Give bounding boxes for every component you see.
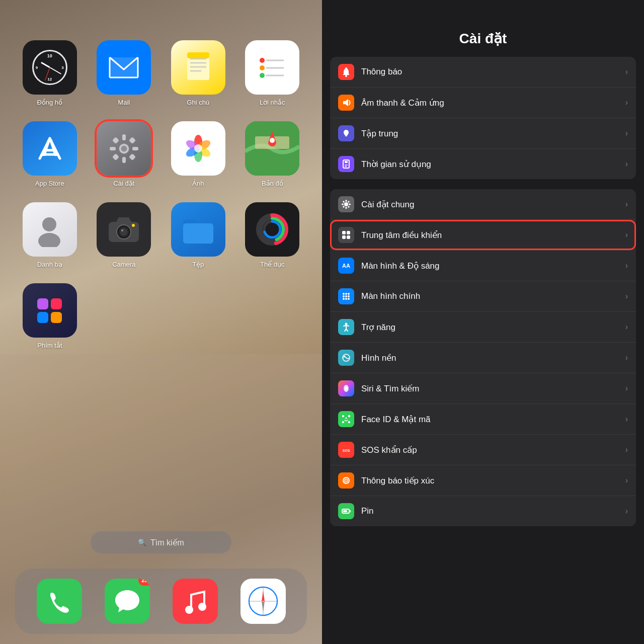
search-text: Tìm kiếm (150, 538, 184, 547)
app-files[interactable]: Tệp (164, 202, 233, 268)
settings-item-homescreen[interactable]: Màn hình chính › (330, 281, 636, 312)
app-fitness[interactable]: Thể dục (238, 202, 307, 268)
settings-group-1: Thông báo › Âm thanh & Cảm ứng › (330, 57, 636, 179)
sos-icon: SOS (338, 442, 354, 458)
clock-label: Đồng hồ (37, 99, 62, 106)
app-notes[interactable]: Ghi chú (164, 40, 233, 106)
settings-item-screentime[interactable]: Thời gian sử dụng › (330, 149, 636, 179)
svg-rect-24 (110, 147, 116, 150)
svg-rect-72 (345, 161, 348, 163)
notes-label: Ghi chú (187, 99, 209, 106)
svg-point-10 (260, 58, 265, 63)
contacts-label: Danh bạ (37, 261, 62, 268)
shortcuts-label: Phím tắt (37, 342, 62, 349)
display-icon: AA (338, 258, 354, 274)
wallpaper-icon (338, 350, 354, 366)
sound-label: Âm thanh & Cảm ứng (361, 98, 625, 108)
messages-badge: 234 (138, 579, 149, 586)
svg-text:SOS: SOS (343, 449, 350, 452)
app-photos[interactable]: Ảnh (164, 121, 233, 187)
controlcenter-label: Trung tâm điều khiển (361, 230, 625, 240)
svg-point-92 (343, 295, 345, 297)
siri-chevron: › (625, 384, 628, 393)
svg-rect-9 (187, 52, 209, 58)
settings-item-siri[interactable]: Siri & Tìm kiếm › (330, 373, 636, 404)
settings-item-general[interactable]: Cài đặt chung › (330, 189, 636, 220)
settings-item-faceid[interactable]: Face ID & Mật mã › (330, 404, 636, 435)
svg-rect-82 (343, 206, 345, 208)
notifications-icon (338, 64, 354, 80)
fitness-label: Thể dục (260, 261, 285, 268)
app-settings[interactable]: Cài đặt (90, 121, 159, 187)
shortcuts-icon (23, 283, 77, 338)
dock-safari[interactable] (240, 579, 286, 624)
contacts-icon (23, 202, 77, 257)
battery-label: Pin (361, 506, 625, 516)
screentime-chevron: › (625, 159, 628, 169)
search-bar[interactable]: 🔍 Tìm kiếm (91, 531, 231, 553)
app-shortcuts[interactable]: Phím tắt (15, 283, 85, 349)
settings-item-sound[interactable]: Âm thanh & Cảm ứng › (330, 88, 636, 118)
svg-point-14 (260, 73, 265, 78)
app-clock[interactable]: 10 12 3 9 Đồng hồ (15, 40, 85, 106)
svg-rect-58 (37, 312, 48, 323)
app-mail[interactable]: Mail (90, 40, 159, 106)
dock-phone[interactable] (37, 579, 82, 624)
dock-music[interactable] (173, 579, 218, 624)
settings-group-2: Cài đặt chung › Trung tâm điều khiển › (330, 189, 636, 526)
appstore-icon: A (23, 121, 77, 176)
maps-icon (245, 121, 299, 176)
svg-rect-26 (112, 136, 119, 143)
settings-item-focus[interactable]: Tập trung › (330, 118, 636, 149)
app-grid: 10 12 3 9 Đồng hồ (0, 30, 322, 359)
svg-rect-28 (112, 153, 119, 160)
homescreen-chevron: › (625, 292, 628, 301)
reminders-label: Lời nhắc (260, 99, 285, 106)
settings-item-contactnotif[interactable]: Thông báo tiếp xúc › (330, 465, 636, 496)
notifications-label: Thông báo (361, 67, 625, 77)
settings-item-controlcenter[interactable]: Trung tâm điều khiển › (330, 220, 636, 251)
settings-item-wallpaper[interactable]: Hình nền › (330, 343, 636, 373)
app-reminders[interactable]: Lời nhắc (238, 40, 307, 106)
settings-item-notifications[interactable]: Thông báo › (330, 57, 636, 88)
svg-point-103 (346, 387, 347, 390)
settings-list: Thông báo › Âm thanh & Cảm ứng › (322, 57, 644, 644)
svg-rect-25 (132, 147, 138, 150)
settings-item-accessibility[interactable]: Trợ năng › (330, 312, 636, 343)
general-label: Cài đặt chung (361, 199, 625, 210)
svg-rect-105 (348, 415, 350, 417)
svg-point-112 (346, 480, 347, 481)
faceid-icon (338, 411, 354, 427)
focus-label: Tập trung (361, 128, 625, 139)
wallpaper-label: Hình nền (361, 353, 625, 363)
app-maps[interactable]: Bản đồ (238, 121, 307, 187)
dock: 234 (15, 569, 307, 634)
controlcenter-icon (338, 227, 354, 243)
svg-rect-56 (37, 298, 48, 309)
app-contacts[interactable]: Danh bạ (15, 202, 85, 268)
app-camera[interactable]: Camera (90, 202, 159, 268)
svg-point-69 (345, 75, 347, 77)
svg-rect-81 (348, 201, 350, 203)
mail-icon (97, 40, 151, 95)
app-appstore[interactable]: A App Store (15, 121, 85, 187)
camera-label: Camera (112, 261, 135, 268)
svg-rect-23 (122, 157, 126, 163)
photos-label: Ảnh (192, 180, 204, 187)
svg-point-94 (348, 295, 350, 297)
svg-rect-85 (347, 231, 350, 234)
mail-label: Mail (118, 99, 130, 106)
notifications-chevron: › (625, 67, 628, 76)
settings-item-sos[interactable]: SOS SOS khẩn cấp › (330, 435, 636, 465)
svg-rect-27 (129, 136, 136, 143)
settings-item-display[interactable]: AA Màn hình & Độ sáng › (330, 251, 636, 281)
dock-messages[interactable]: 234 (105, 579, 150, 624)
svg-rect-86 (342, 235, 346, 239)
faceid-chevron: › (625, 415, 628, 424)
settings-item-battery[interactable]: Pin › (330, 496, 636, 526)
svg-point-95 (343, 298, 345, 300)
settings-header: Cài đặt (322, 0, 644, 57)
svg-rect-84 (342, 231, 346, 234)
svg-rect-106 (342, 421, 344, 423)
clock-icon: 10 12 3 9 (23, 40, 77, 95)
